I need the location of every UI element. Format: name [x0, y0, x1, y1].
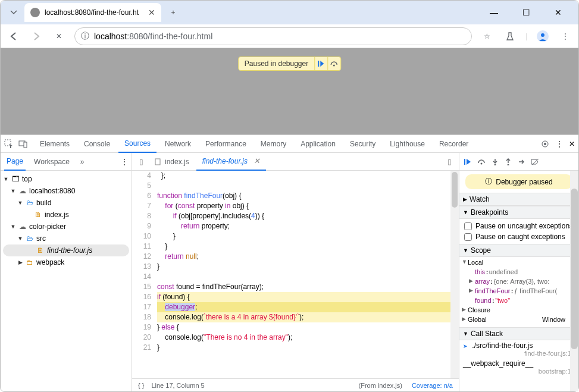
scope-array[interactable]: ▶array: {one: Array(3), two: — [462, 278, 574, 287]
scope-local[interactable]: ▼Local — [462, 259, 574, 268]
url-bar[interactable]: ⓘ localhost:8080/find-the-four.html — [74, 27, 472, 45]
inspect-element-button[interactable] — [4, 139, 14, 149]
callstack-frame-0[interactable]: ./src/find-the-four.js find-the-four.js:… — [459, 340, 578, 358]
devices-icon — [18, 139, 28, 149]
resume-script-button[interactable] — [464, 158, 471, 165]
deactivate-breakpoints-button[interactable] — [531, 158, 539, 165]
folder-open-icon: 🗁 — [26, 234, 34, 243]
callstack-frame-1[interactable]: __webpack_require__ bootstrap:19 — [459, 358, 578, 376]
tab-elements[interactable]: Elements — [34, 135, 76, 153]
step-over-button[interactable] — [327, 57, 340, 70]
tab-application[interactable]: Application — [295, 135, 342, 153]
devtools-settings-button[interactable] — [540, 139, 550, 149]
url-text: localhost:8080/find-the-four.html — [94, 32, 212, 41]
toggle-debugger-button[interactable]: ▯ — [444, 158, 455, 166]
tab-network[interactable]: Network — [159, 135, 197, 153]
step-icon — [518, 158, 525, 165]
editor-scrollbar[interactable] — [450, 171, 459, 378]
watch-section[interactable]: ▶Watch — [459, 193, 578, 206]
step-out-button[interactable] — [505, 158, 512, 165]
source-from: (From index.js) — [359, 382, 402, 389]
navigator-page-tab[interactable]: Page — [4, 153, 26, 171]
tree-index-js[interactable]: 🗎index.js — [1, 209, 132, 221]
scope-findthefour[interactable]: ▶findTheFour: ƒ findTheFour( — [462, 287, 574, 297]
favicon-icon — [30, 8, 40, 17]
editor-panel: ▯ index.js find-the-four.js✕ ▯ 456789101… — [132, 153, 459, 391]
step-over-icon — [330, 60, 339, 67]
window-minimize-button[interactable]: — — [483, 4, 505, 21]
window-maximize-button[interactable]: ☐ — [515, 4, 537, 21]
debugger-paused-overlay: Paused in debugger — [238, 57, 341, 71]
devtools-close-button[interactable]: ✕ — [569, 140, 575, 148]
svg-point-11 — [481, 162, 483, 164]
pretty-print-button[interactable]: { } — [138, 382, 144, 389]
pause-caught-checkbox[interactable]: Pause on caught exceptions — [464, 231, 574, 242]
chevron-down-icon — [10, 9, 17, 16]
coverage-status[interactable]: Coverage: n/a — [412, 382, 453, 389]
tree-color-picker[interactable]: ▼☁color-picker — [1, 221, 132, 233]
step-into-button[interactable] — [492, 158, 499, 165]
debugger-scrollbar[interactable] — [570, 171, 578, 391]
bookmark-button[interactable]: ☆ — [480, 29, 495, 43]
navigator-menu-button[interactable]: ⋮ — [121, 158, 128, 166]
tree-build[interactable]: ▼🗁build — [1, 197, 132, 209]
svg-point-13 — [508, 164, 509, 165]
toggle-navigator-button[interactable]: ▯ — [136, 158, 147, 166]
scope-global[interactable]: ▶GlobalWindow — [462, 316, 574, 325]
editor-tab-index[interactable]: index.js — [148, 153, 195, 171]
cloud-icon: ☁ — [18, 222, 27, 231]
avatar-icon — [537, 30, 549, 42]
line-gutter: 456789101112131415161718192021 — [132, 171, 157, 378]
site-info-icon[interactable]: ⓘ — [81, 31, 89, 42]
navigator-workspace-tab[interactable]: Workspace — [32, 153, 72, 171]
cursor-position: Line 17, Column 5 — [151, 382, 204, 389]
tab-recorder[interactable]: Recorder — [433, 135, 474, 153]
tree-webpack[interactable]: ▶🗀webpack — [1, 256, 132, 268]
window-icon: 🗔 — [11, 175, 20, 183]
breakpoints-section[interactable]: ▼Breakpoints — [459, 206, 578, 219]
forward-button[interactable] — [29, 29, 43, 43]
file-icon — [154, 158, 161, 165]
file-icon: 🗎 — [36, 246, 45, 255]
labs-button[interactable] — [503, 29, 517, 43]
navigator-more-button[interactable]: » — [78, 153, 87, 171]
tab-sources[interactable]: Sources — [118, 135, 157, 153]
callstack-section[interactable]: ▼Call Stack — [459, 327, 578, 340]
devtools-more-button[interactable]: ⋮ — [556, 140, 563, 148]
tree-top[interactable]: ▼🗔top — [1, 173, 132, 185]
reload-stop-button[interactable]: ✕ — [52, 29, 66, 43]
scope-closure[interactable]: ▶Closure — [462, 306, 574, 316]
resume-button[interactable] — [314, 57, 327, 70]
arrow-left-icon — [9, 32, 18, 41]
menu-button[interactable]: ⋮ — [558, 29, 572, 43]
info-icon: ⓘ — [485, 177, 492, 187]
tab-search-dropdown[interactable] — [5, 4, 22, 21]
breakpoint-off-icon — [531, 158, 539, 165]
tab-memory[interactable]: Memory — [255, 135, 292, 153]
scope-section[interactable]: ▼Scope — [459, 244, 578, 257]
tab-console[interactable]: Console — [78, 135, 116, 153]
browser-tab[interactable]: localhost:8080/find-the-four.ht ✕ — [24, 3, 161, 22]
profile-button[interactable] — [536, 29, 550, 43]
step-over-button[interactable] — [477, 158, 486, 165]
tab-performance[interactable]: Performance — [199, 135, 252, 153]
editor-tab-find-the-four[interactable]: find-the-four.js✕ — [196, 153, 266, 171]
tree-src[interactable]: ▼🗁src — [1, 233, 132, 244]
tree-find-the-four[interactable]: 🗎find-the-four.js — [3, 244, 129, 256]
step-button[interactable] — [518, 158, 525, 165]
pause-uncaught-checkbox[interactable]: Pause on uncaught exceptions — [464, 221, 574, 231]
cloud-icon: ☁ — [18, 187, 27, 195]
back-button[interactable] — [7, 29, 21, 43]
tab-security[interactable]: Security — [344, 135, 381, 153]
close-icon[interactable]: ✕ — [253, 156, 260, 165]
device-toolbar-button[interactable] — [18, 139, 28, 149]
tab-lighthouse[interactable]: Lighthouse — [384, 135, 431, 153]
svg-point-1 — [541, 33, 544, 37]
step-over-icon — [477, 158, 486, 165]
new-tab-button[interactable]: + — [165, 4, 181, 21]
step-into-icon — [492, 158, 499, 165]
code-editor[interactable]: 456789101112131415161718192021 }; functi… — [132, 171, 459, 378]
tab-close-icon[interactable]: ✕ — [148, 8, 155, 17]
tree-host[interactable]: ▼☁localhost:8080 — [1, 185, 132, 197]
window-close-button[interactable]: ✕ — [547, 4, 569, 21]
